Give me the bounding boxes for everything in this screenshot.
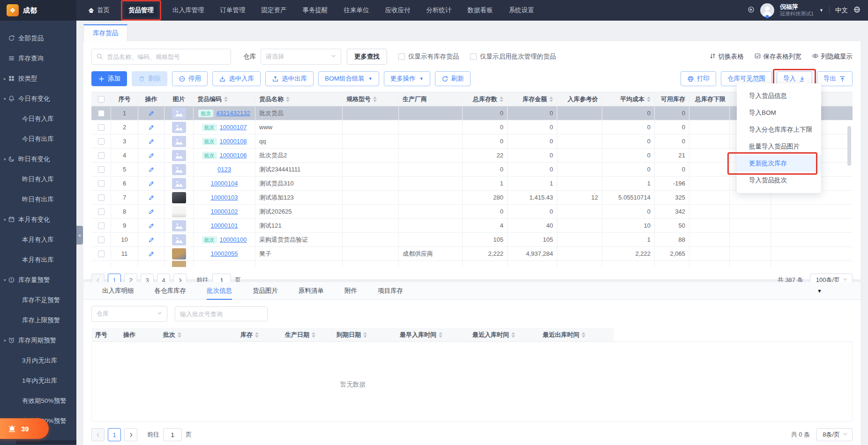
sidebar-item[interactable]: 库存上限预警 — [0, 310, 76, 330]
goods-image[interactable] — [172, 220, 186, 231]
checkbox[interactable] — [398, 53, 405, 60]
goods-code-link[interactable]: 10000108 — [220, 138, 247, 145]
edit-pencil-icon[interactable] — [148, 166, 155, 173]
goods-code-link[interactable]: 10002055 — [211, 250, 238, 257]
edit-pencil-icon[interactable] — [148, 152, 155, 159]
table-row[interactable]: 1110002055凳子成都供应商2,2224,937,2842,2222,06… — [91, 247, 853, 261]
goods-image[interactable] — [172, 108, 186, 119]
column-header-货品编码[interactable]: 货品编码 — [194, 92, 255, 106]
edit-pencil-icon[interactable] — [148, 222, 155, 229]
save-width-link[interactable]: 保存表格列宽 — [754, 52, 801, 61]
sidebar-item[interactable]: 1年内无出库 — [0, 371, 76, 391]
goods-image[interactable] — [172, 150, 186, 161]
column-header-库存金额[interactable]: 库存金额 — [508, 92, 557, 106]
goods-code-link[interactable]: 10000101 — [211, 222, 238, 229]
table-row[interactable]: 910000101测试1214401050 — [91, 219, 853, 233]
sidebar-item[interactable]: 今日有入库 — [0, 109, 76, 129]
detail-tab-各仓库库存[interactable]: 各仓库库存 — [155, 282, 187, 299]
sidebar-item[interactable]: 今日有出库 — [0, 129, 76, 149]
sort-icon[interactable] — [647, 96, 651, 102]
column-header-货品名称[interactable]: 货品名称 — [255, 92, 343, 106]
goods-image[interactable] — [172, 261, 186, 267]
edit-pencil-icon[interactable] — [148, 251, 155, 257]
page-button-1[interactable]: 1 — [108, 428, 121, 441]
column-header-规格型号[interactable]: 规格型号 — [343, 92, 399, 106]
nav-item-订单管理[interactable]: 订单管理 — [219, 4, 247, 17]
nav-item-货品管理[interactable]: 货品管理 — [125, 4, 157, 17]
import-menu-item-导入分仓库库存上下限[interactable]: 导入分仓库库存上下限 — [737, 121, 821, 138]
sort-icon[interactable] — [582, 332, 585, 338]
table-row[interactable]: 10批次10000100采购退货货品验证105105188 — [91, 233, 853, 247]
nav-item-往来单位[interactable]: 往来单位 — [343, 4, 370, 17]
nav-item-应收应付[interactable]: 应收应付 — [384, 4, 412, 17]
column-header-平均成本[interactable]: 平均成本 — [602, 92, 655, 106]
sidebar-item[interactable]: 本月有入库 — [0, 230, 76, 250]
add-button[interactable]: 添加 — [91, 71, 127, 86]
goto-page-input[interactable] — [163, 428, 182, 441]
sidebar-item[interactable]: ▾本月有变化 — [0, 209, 76, 230]
tab-stock-goods[interactable]: 库存货品 — [83, 24, 127, 41]
sort-icon[interactable] — [500, 96, 503, 102]
delete-button[interactable]: 删除 — [132, 71, 167, 86]
table-row[interactable] — [91, 261, 853, 267]
sort-icon[interactable] — [255, 332, 259, 338]
pick-in-button[interactable]: 选中入库 — [212, 71, 261, 86]
only-batch-checkbox[interactable]: 仅显示启用批次管理的货品 — [470, 52, 556, 61]
prev-page-button[interactable] — [91, 428, 105, 441]
sort-icon[interactable] — [286, 96, 290, 102]
sidebar-scrollbar[interactable] — [16, 440, 76, 444]
sort-icon[interactable] — [511, 332, 515, 338]
sort-icon[interactable] — [363, 332, 367, 338]
goods-image[interactable] — [172, 192, 186, 203]
column-toggle-link[interactable]: 列隐藏显示 — [812, 52, 853, 61]
next-page-button[interactable] — [124, 428, 137, 441]
nav-item-固定资产[interactable]: 固定资产 — [261, 4, 288, 17]
batch-column-header-到期日期[interactable]: 到期日期 — [333, 328, 396, 341]
sidebar-item[interactable]: ▾库存量预警 — [0, 270, 76, 290]
sidebar-item[interactable]: 库存查询 — [0, 48, 76, 68]
sidebar-item[interactable]: ▸按类型 — [0, 68, 76, 89]
nav-item-home[interactable]: 首页 — [87, 4, 111, 17]
nav-item-数据看板[interactable]: 数据看板 — [467, 4, 494, 17]
goods-image[interactable] — [172, 136, 186, 147]
export-button[interactable]: 导出 — [817, 71, 853, 86]
import-menu-item-批量导入货品图片[interactable]: 批量导入货品图片 — [737, 138, 821, 155]
sidebar-collapse-handle[interactable]: « — [76, 226, 83, 245]
batch-column-header-最早入库时间[interactable]: 最早入库时间 — [396, 328, 469, 341]
sidebar-item[interactable]: 全部货品 — [0, 28, 76, 48]
avatar[interactable] — [760, 3, 774, 17]
goods-image[interactable] — [172, 178, 186, 189]
detail-tab-原料清单[interactable]: 原料清单 — [299, 282, 324, 299]
goods-image[interactable] — [172, 164, 186, 175]
sort-icon[interactable] — [439, 332, 442, 338]
sort-icon[interactable] — [373, 96, 377, 102]
bom-assemble-button[interactable]: BOM组合组装▼ — [318, 71, 379, 86]
edit-pencil-icon[interactable] — [148, 138, 155, 145]
goods-code-link[interactable]: 10000104 — [211, 180, 238, 187]
refresh-button[interactable]: 刷新 — [435, 71, 471, 86]
row-checkbox[interactable] — [98, 222, 105, 229]
language-switch[interactable]: 中文 — [835, 6, 848, 15]
collapse-panel-icon[interactable]: ▼ — [817, 288, 861, 294]
globe-icon[interactable] — [853, 6, 861, 15]
edit-pencil-icon[interactable] — [148, 110, 155, 117]
import-menu-item-导入货品批次[interactable]: 导入货品批次 — [737, 172, 821, 189]
tree-caret-icon[interactable]: ▾ — [4, 96, 6, 101]
tree-caret-icon[interactable]: ▾ — [4, 278, 6, 282]
nav-item-出入库管理[interactable]: 出入库管理 — [172, 4, 205, 17]
detail-tab-附件[interactable]: 附件 — [344, 282, 357, 299]
edit-pencil-icon[interactable] — [148, 180, 155, 187]
detail-warehouse-select[interactable]: 仓库 — [91, 306, 167, 322]
select-all-checkbox[interactable] — [98, 96, 105, 103]
sidebar-item[interactable]: 有效期50%预警 — [0, 391, 76, 411]
goods-code-link[interactable]: 10000102 — [211, 208, 238, 215]
row-checkbox[interactable] — [98, 237, 105, 243]
row-checkbox[interactable] — [98, 251, 105, 257]
sidebar-item[interactable]: 昨日有出库 — [0, 189, 76, 209]
nav-item-系统设置[interactable]: 系统设置 — [508, 4, 535, 17]
edit-pencil-icon[interactable] — [148, 124, 155, 131]
sidebar-item[interactable]: ▾库存周期预警 — [0, 330, 76, 350]
goods-code-link[interactable]: 0123 — [217, 166, 231, 173]
sidebar-item[interactable]: ▾今日有变化 — [0, 89, 76, 109]
goods-code-link[interactable]: 10000107 — [220, 124, 247, 131]
